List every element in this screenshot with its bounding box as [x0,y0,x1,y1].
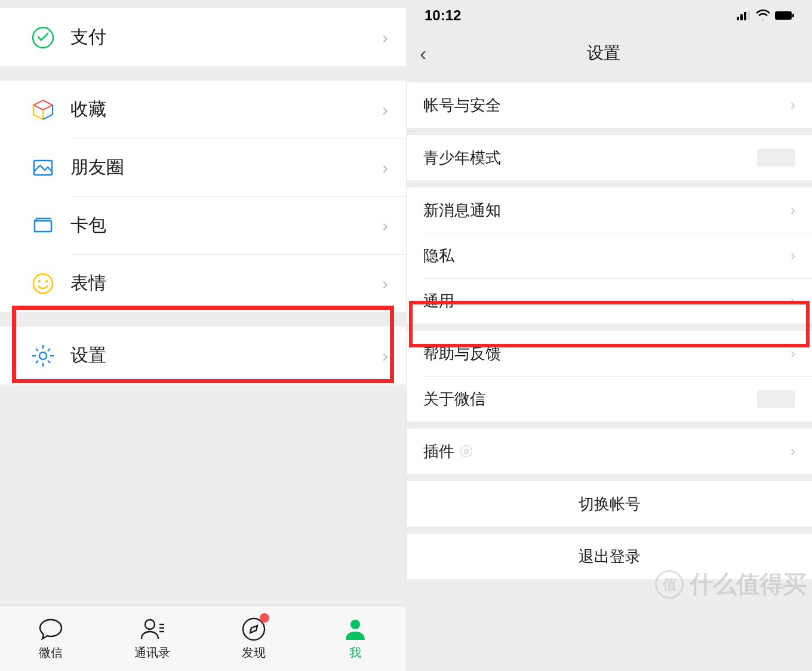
row-label: 设置 [70,343,382,368]
chevron-right-icon: › [382,346,388,366]
row-label: 隐私 [423,245,791,266]
row-label: 帮助与反馈 [423,343,791,364]
svg-line-13 [36,361,38,363]
nav-bar: ‹ 设置 [407,31,812,75]
row-label: 通用 [423,291,791,312]
row-label: 帐号与安全 [423,95,791,116]
chevron-right-icon: › [791,247,795,264]
svg-point-19 [350,620,360,629]
chevron-right-icon: › [791,345,795,362]
row-favorites[interactable]: 收藏 › [0,81,406,138]
signal-icon [737,7,751,24]
chevron-right-icon: › [382,158,388,178]
section-gap [0,66,406,81]
tab-me[interactable]: 我 [304,606,406,671]
section-gap [407,421,812,429]
row-pay[interactable]: 支付 › [0,8,406,66]
svg-rect-21 [740,14,743,20]
watermark-text: 什么值得买 [690,568,806,601]
row-stickers[interactable]: 表情 › [0,254,406,312]
svg-line-11 [48,361,50,363]
plugin-badge-icon: ⊚ [460,445,472,457]
tab-contacts[interactable]: 通讯录 [102,606,203,671]
chat-bubble-icon [38,616,64,642]
notification-badge-icon [260,613,269,623]
row-label: 插件 ⊚ [423,441,791,462]
row-about[interactable]: 关于微信 [407,376,812,421]
row-label: 关于微信 [423,389,757,410]
svg-rect-24 [775,11,792,20]
page-title: 设置 [408,42,799,64]
tab-chats[interactable]: 微信 [0,606,102,671]
blank-area [0,384,406,605]
redacted-value [757,149,795,167]
wallet-icon [30,213,56,239]
gallery-icon [30,155,56,181]
section-gap [407,180,812,187]
tab-label: 发现 [242,645,266,661]
section-gap [407,75,812,82]
svg-rect-23 [748,11,750,20]
row-label: 朋友圈 [70,155,382,180]
watermark-badge-icon: 值 [655,570,684,599]
row-label: 表情 [70,271,382,296]
bottom-tabbar: 微信 通讯录 [0,605,406,671]
row-label: 卡包 [70,213,382,238]
tab-label: 通讯录 [134,645,170,661]
chevron-right-icon: › [382,216,388,236]
row-switch-account[interactable]: 切换帐号 [407,481,812,527]
row-label: 退出登录 [579,546,641,567]
settings-screen: 10:12 [406,0,812,671]
redacted-value [757,390,795,408]
svg-point-5 [39,352,47,359]
row-teen-mode[interactable]: 青少年模式 [407,135,812,180]
row-label: 新消息通知 [423,200,791,221]
row-privacy[interactable]: 隐私 › [407,233,812,278]
chevron-right-icon: › [382,27,388,48]
row-label: 切换帐号 [579,494,641,515]
row-moments[interactable]: 朋友圈 › [0,138,406,196]
section-gap [407,527,812,534]
row-label: 收藏 [70,97,382,122]
section-gap [407,474,812,481]
row-cards[interactable]: 卡包 › [0,196,406,254]
chevron-right-icon: › [382,273,388,294]
svg-point-3 [38,280,41,282]
smiley-icon [30,270,56,297]
svg-point-2 [33,274,53,293]
wifi-icon [756,7,770,24]
svg-point-4 [45,280,48,282]
svg-line-10 [36,349,38,351]
row-account-security[interactable]: 帐号与安全 › [407,82,812,128]
contacts-icon [139,616,165,642]
chevron-right-icon: › [791,202,795,218]
watermark: 值 什么值得买 [655,568,806,601]
me-icon [342,616,368,642]
row-settings[interactable]: 设置 › [0,327,406,384]
pay-icon [30,24,56,51]
tab-discover[interactable]: 发现 [203,606,304,671]
chevron-right-icon: › [382,100,388,120]
row-help-feedback[interactable]: 帮助与反馈 › [407,331,812,376]
svg-line-12 [48,349,50,351]
svg-point-14 [145,620,155,629]
row-general[interactable]: 通用 › [407,278,812,324]
status-bar: 10:12 [407,0,812,31]
row-label: 青少年模式 [423,147,757,168]
chevron-right-icon: › [791,293,795,309]
tab-label: 微信 [39,645,63,661]
cube-icon [30,97,56,123]
svg-rect-22 [744,12,746,20]
battery-icon [775,7,794,24]
svg-rect-25 [792,14,794,17]
tab-label: 我 [349,645,361,661]
section-gap [407,324,812,331]
row-plugins[interactable]: 插件 ⊚ › [407,429,812,474]
status-time: 10:12 [425,7,461,24]
section-gap [0,312,406,327]
section-gap [407,128,812,135]
gear-icon [30,343,56,369]
row-new-message[interactable]: 新消息通知 › [407,187,812,233]
svg-rect-20 [737,17,739,20]
row-label: 支付 [70,25,382,50]
